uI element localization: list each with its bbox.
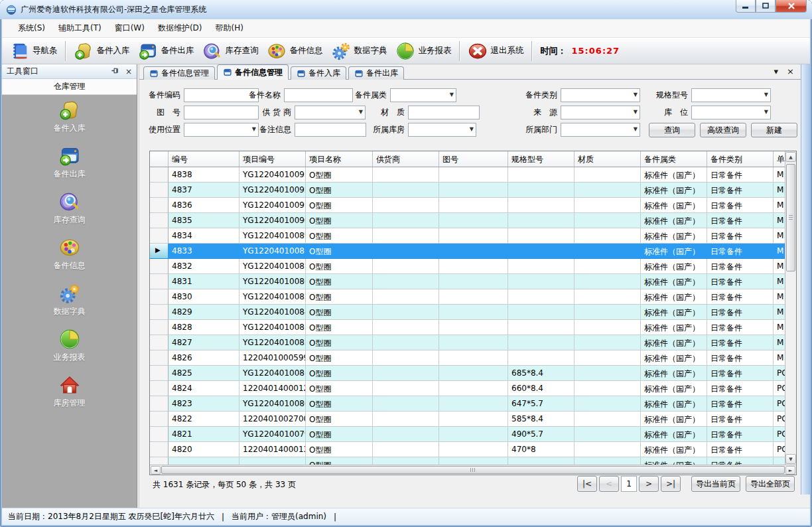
row-selector[interactable] [150, 396, 169, 412]
menu-item[interactable]: 辅助工具(T) [52, 19, 108, 37]
sidebar-item-stock-query[interactable]: 库存查询 [54, 190, 86, 226]
horizontal-scrollbar[interactable]: ◄ ► [150, 465, 796, 475]
toolbar-button-report[interactable]: 业务报表 [391, 39, 456, 63]
toolbar-button-exit[interactable]: 退出系统 [464, 39, 528, 63]
row-selector[interactable] [150, 259, 169, 274]
table-row[interactable]: 4821YG12204010079O型圈490*5.7标准件（国产）日常备件PC [150, 427, 796, 442]
column-header[interactable]: 项目名称 [306, 151, 373, 167]
toolbar-button-parts-out[interactable]: 备件出库 [134, 39, 198, 63]
row-selector[interactable] [150, 335, 169, 350]
row-selector[interactable] [150, 381, 169, 396]
sidebar-item-house[interactable]: 库房管理 [54, 374, 86, 409]
column-header[interactable]: 备件属类 [641, 151, 707, 167]
table-row[interactable]: ▶4833YG12204010088O型圈标准件（国产）日常备件M [150, 244, 796, 259]
panel-scroll-strip[interactable] [801, 64, 810, 494]
column-header[interactable]: 规格型号 [508, 151, 575, 167]
scroll-down-icon[interactable]: ▼ [785, 454, 796, 464]
close-button[interactable] [776, 0, 807, 13]
row-selector[interactable] [150, 427, 169, 442]
sidebar-item-data-dict[interactable]: 数据字典 [54, 282, 86, 317]
table-row[interactable]: 4823YG12204010080O型圈647*5.7标准件（国产）日常备件PC [150, 396, 796, 412]
column-header[interactable]: 图号 [439, 151, 508, 167]
minimize-button[interactable] [736, 0, 756, 13]
table-row[interactable]: 48201220401400013O型圈470*8标准件（国产）日常备件PC [150, 442, 796, 457]
menu-item[interactable]: 系统(S) [11, 19, 52, 37]
table-row[interactable]: 4829YG12204010084O型圈标准件（国产）日常备件M [150, 305, 796, 320]
search-select-12[interactable]: ▼ [408, 123, 476, 137]
table-row[interactable]: 4837YG12204010092O型圈标准件（国产）日常备件M [150, 183, 796, 198]
table-row[interactable]: 4825YG12204010081O型圈685*8.4标准件（国产）日常备件PC [150, 366, 796, 381]
table-row[interactable]: 4827YG12204010082O型圈标准件（国产）日常备件M [150, 335, 796, 350]
tab-close-icon[interactable]: × [787, 66, 794, 76]
search-select-9[interactable]: ▼ [691, 106, 771, 119]
table-row[interactable]: 4834YG12204010089O型圈标准件（国产）日常备件M [150, 228, 796, 244]
vertical-scrollbar[interactable]: ▲ ▼ [785, 151, 796, 465]
table-row[interactable]: 4838YG12204010093O型圈标准件（国产）日常备件M [150, 167, 796, 183]
export-current-page-button[interactable]: 导出当前页 [691, 476, 740, 492]
query-button[interactable]: 查询 [649, 123, 695, 137]
column-header[interactable]: 供货商 [373, 151, 439, 167]
row-selector[interactable] [150, 305, 169, 320]
row-selector[interactable] [150, 228, 169, 244]
table-row[interactable]: 4831YG12204010086O型圈标准件（国产）日常备件M [150, 274, 796, 289]
new-button[interactable]: 新建 [751, 123, 797, 137]
row-selector[interactable] [150, 213, 169, 228]
tab-dropdown-icon[interactable]: ▾ [774, 66, 779, 76]
toolbar-button-parts-info[interactable]: 备件信息 [263, 39, 327, 63]
pin-icon[interactable] [111, 66, 119, 76]
prev-page-button[interactable]: < [599, 476, 619, 492]
search-select-13[interactable]: ▼ [561, 123, 640, 137]
last-page-button[interactable]: >| [661, 476, 681, 492]
table-row[interactable]: 4828YG12204010083O型圈标准件（国产）日常备件M [150, 320, 796, 335]
tab-0[interactable]: 备件信息管理 [143, 66, 215, 80]
toolbar-button-data-dict[interactable]: 数据字典 [327, 39, 391, 63]
sidebar-item-parts-out[interactable]: 备件出库 [54, 145, 86, 180]
row-selector[interactable] [150, 289, 169, 305]
table-row[interactable]: 4835YG12204010090O型圈标准件（国产）日常备件M [150, 213, 796, 228]
table-row[interactable]: 48221220401002700O型圈585*8.4标准件（国产）日常备件PC [150, 412, 796, 427]
scroll-left-icon[interactable]: ◄ [151, 466, 161, 475]
table-row[interactable]: O型圈标准件（国产）日常备件 [150, 457, 796, 465]
row-selector[interactable] [150, 366, 169, 381]
row-selector[interactable] [150, 412, 169, 427]
toolbar-button-navbook[interactable]: 导航条 [5, 39, 62, 63]
tab-2[interactable]: 备件入库 [291, 66, 346, 80]
sidebar-close-icon[interactable]: × [125, 68, 132, 76]
menu-item[interactable]: 帮助(H) [209, 19, 250, 37]
tab-1[interactable]: 备件信息管理 [217, 64, 289, 80]
row-selector[interactable] [150, 274, 169, 289]
search-select-4[interactable]: ▼ [691, 88, 771, 102]
row-selector[interactable] [150, 320, 169, 335]
row-selector[interactable] [150, 167, 169, 183]
maximize-button[interactable] [756, 0, 776, 13]
menu-item[interactable]: 窗口(W) [108, 19, 151, 37]
column-header[interactable]: 编号 [169, 151, 239, 167]
column-header[interactable]: 项目编号 [239, 151, 306, 167]
row-selector[interactable] [150, 350, 169, 366]
column-header[interactable]: 材质 [575, 151, 641, 167]
sidebar-item-parts-info[interactable]: 备件信息 [54, 236, 86, 271]
table-row[interactable]: 4830YG12204010085O型圈标准件（国产）日常备件M [150, 289, 796, 305]
row-selector[interactable] [150, 457, 169, 465]
next-page-button[interactable]: > [639, 476, 659, 492]
scroll-up-icon[interactable]: ▲ [785, 152, 796, 162]
table-row[interactable]: 48241220401400012O型圈660*8.4标准件（国产）日常备件PC [150, 381, 796, 396]
first-page-button[interactable]: |< [577, 476, 597, 492]
sidebar-item-parts-in[interactable]: 备件入库 [54, 99, 86, 134]
tab-3[interactable]: 备件出库 [348, 66, 404, 80]
table-row[interactable]: 4832YG12204010087O型圈标准件（国产）日常备件M [150, 259, 796, 274]
row-selector[interactable] [150, 442, 169, 457]
table-row[interactable]: 4836YG12204010091O型圈标准件（国产）日常备件M [150, 198, 796, 213]
toolbar-button-parts-in[interactable]: 备件入库 [70, 39, 134, 63]
export-all-pages-button[interactable]: 导出全部页 [746, 476, 795, 492]
toolbar-button-stock-query[interactable]: 库存查询 [198, 39, 263, 63]
row-selector[interactable] [150, 198, 169, 213]
vertical-scroll-thumb[interactable] [786, 164, 795, 271]
table-row[interactable]: 48261220401000599O型圈标准件（国产）日常备件M [150, 350, 796, 366]
column-header[interactable]: 备件类别 [707, 151, 774, 167]
horizontal-scroll-thumb[interactable] [161, 466, 785, 474]
row-selector[interactable] [150, 183, 169, 198]
row-selector[interactable]: ▶ [150, 244, 169, 259]
page-number-input[interactable] [621, 476, 637, 492]
sidebar-item-report[interactable]: 业务报表 [54, 328, 86, 363]
